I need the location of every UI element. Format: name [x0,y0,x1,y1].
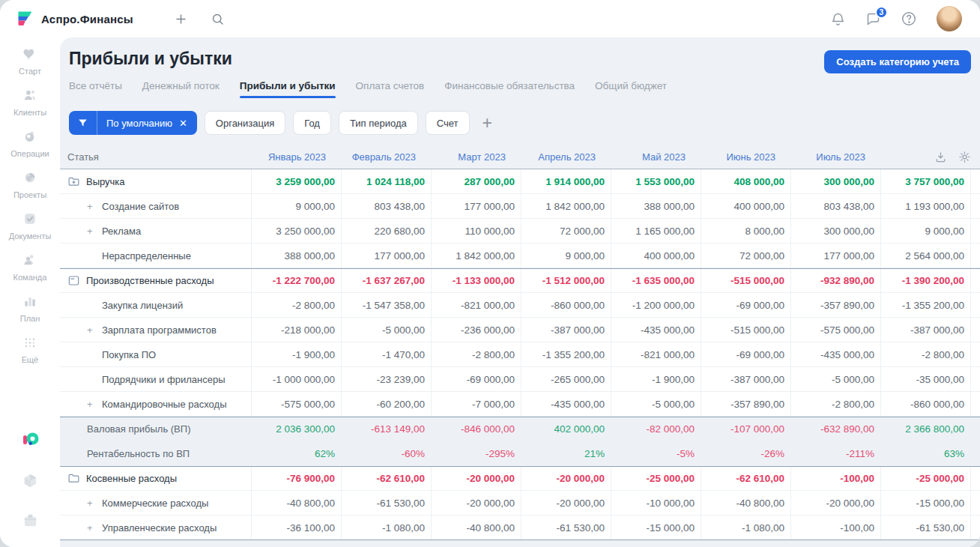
default-filter-pill[interactable]: По умолчанию ✕ [69,111,197,135]
row-gutter [970,244,980,268]
filter-chip-2[interactable]: Год [293,111,331,135]
table-row[interactable]: +Зарплата программистов-218 000,00-5 000… [60,318,980,342]
expand-icon[interactable]: + [87,399,102,410]
sidebar-item-plan[interactable]: План [9,294,52,323]
cell-value: -40 800,00 [431,516,521,540]
row-label-cell: +Управленческие расходы [60,516,251,540]
sidebar-item-projects[interactable]: Проекты [9,170,52,199]
table-row[interactable]: +Командировочные расходы-575 000,00-60 2… [60,392,980,417]
cell-value: 62% [251,441,341,465]
table-row[interactable]: +Управленческие расходы-36 100,00-1 080,… [60,516,980,540]
sidebar-footer [20,429,40,547]
filter-chip-3[interactable]: Тип периода [339,111,418,135]
cell-value: -60 200,00 [341,392,431,416]
funnel-icon [69,111,97,135]
create-category-button[interactable]: Создать категорию учета [824,50,971,73]
section-row[interactable]: Производственные расходы-1 222 700,00-1 … [60,268,980,293]
table-header-row: Статья Январь 2023Февраль 2023Март 2023А… [60,145,980,169]
column-header-month-3[interactable]: Март 2023 [431,151,521,163]
tab-2[interactable]: Денежный поток [142,80,220,98]
add-button[interactable] [171,9,191,29]
cell-value: -62 610,00 [701,467,790,490]
cell-value: -10 000,00 [611,491,701,515]
box-icon[interactable] [22,512,39,532]
table-row[interactable]: Нераспределенные388 000,00177 000,001 84… [60,244,980,268]
table-row[interactable]: Подрядчики и фрилансеры-1 000 000,00-23 … [60,367,980,392]
summary-row[interactable]: Рентабельность по ВП62%-60%-295%21%-5%-2… [60,441,980,466]
row-label: Покупка ПО [102,349,156,360]
tab-5[interactable]: Финансовые обязательства [444,80,575,98]
section-row[interactable]: Косвенные расходы-76 900,00-62 610,00-20… [60,466,980,491]
cell-value: -40 800,00 [701,491,790,515]
cell-value: -1 635 000,00 [611,269,701,292]
gear-icon[interactable] [958,151,971,163]
sidebar-item-start[interactable]: Старт [9,46,52,76]
expand-icon[interactable]: + [87,226,102,237]
filter-chip-4[interactable]: Счет [426,111,470,135]
aspro-color-icon[interactable] [20,429,40,453]
column-header-month-2[interactable]: Февраль 2023 [341,151,431,163]
user-avatar[interactable] [937,6,962,31]
cell-value: -7 000,00 [431,392,521,416]
cell-value: -860 000,00 [521,293,611,317]
sidebar-item-more[interactable]: Ещё [9,335,52,364]
row-label: Реклама [102,226,141,237]
tab-1[interactable]: Все отчёты [69,80,122,98]
row-gutter [970,293,980,317]
table-row[interactable]: Закупка лицензий-2 800,00-1 547 358,00-8… [60,293,980,318]
expand-icon[interactable]: + [87,498,102,509]
projects-icon [22,170,37,188]
cell-value: -62 610,00 [341,467,431,490]
table-row[interactable]: +Реклама3 250 000,00220 680,00110 000,00… [60,219,980,244]
cell-value: 388 000,00 [251,244,341,268]
chat-icon[interactable]: 3 [865,11,881,27]
aspro-logo-icon [15,9,34,28]
cell-value: 2 366 800,00 [880,417,970,441]
column-header-month-5[interactable]: Май 2023 [611,151,701,163]
row-gutter [970,219,980,243]
add-filter-button[interactable]: + [483,115,492,132]
download-icon[interactable] [934,151,947,163]
row-label-cell: Выручка [60,169,251,193]
tab-6[interactable]: Общий бюджет [595,80,667,98]
app-name: Аспро.Финансы [41,13,133,25]
tab-4[interactable]: Оплата счетов [356,80,425,98]
tab-3[interactable]: Прибыли и убытки [240,80,336,98]
sidebar-item-documents[interactable]: Документы [9,211,52,241]
sidebar-item-team[interactable]: Команда [9,253,52,282]
summary-row[interactable]: Валовая прибыль (ВП)2 036 300,00-613 149… [60,417,980,441]
expand-icon[interactable]: + [87,324,102,336]
row-gutter [970,169,980,193]
column-header-month-7[interactable]: Июль 2023 [790,151,880,163]
documents-icon [22,211,37,229]
search-icon[interactable] [208,9,228,29]
cell-value: -25 000,00 [880,467,970,490]
help-icon[interactable] [901,10,917,27]
column-header-month-4[interactable]: Апрель 2023 [521,151,611,163]
cell-value: -1 390 200,00 [880,269,970,292]
cube-icon[interactable] [22,472,39,492]
section-row[interactable]: Выручка3 259 000,001 024 118,00287 000,0… [60,169,980,194]
cell-value: 63% [880,441,970,465]
close-icon[interactable]: ✕ [179,118,197,129]
column-header-month-1[interactable]: Январь 2023 [251,151,341,163]
row-gutter [970,194,980,218]
column-header-month-6[interactable]: Июнь 2023 [701,151,790,163]
sidebar-item-clients[interactable]: Клиенты [9,88,52,117]
sidebar-item-operations[interactable]: Операции [9,129,52,158]
sidebar-item-label: План [20,314,40,323]
row-label-cell: +Зарплата программистов [60,318,251,342]
expand-icon[interactable]: + [87,201,102,212]
table-row[interactable]: Покупка ПО-1 900,00-1 470,00-2 800,00-1 … [60,342,980,367]
table-row[interactable]: +Коммерческие расходы-40 800,00-61 530,0… [60,491,980,516]
cell-value: -1 547 358,00 [341,293,431,317]
cell-value: -1 000 000,00 [251,367,341,391]
table-row[interactable]: +Создание сайтов9 000,00803 438,00177 00… [60,194,980,219]
cell-value: -5 000,00 [611,392,701,416]
filter-chip-1[interactable]: Организация [205,111,285,135]
expand-icon[interactable]: + [87,522,102,534]
cell-value: 400 000,00 [701,194,790,218]
cell-value: -61 530,00 [880,516,970,540]
cell-value: 9 000,00 [521,244,611,268]
bell-icon[interactable] [830,11,846,27]
